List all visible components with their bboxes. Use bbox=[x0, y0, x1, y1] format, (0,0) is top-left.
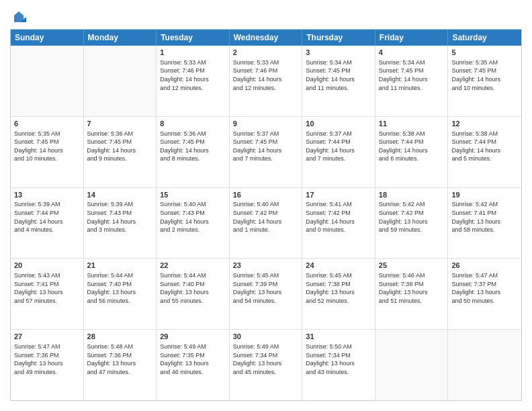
day-number: 29 bbox=[160, 332, 226, 342]
cell-info: Sunrise: 5:38 AM Sunset: 7:44 PM Dayligh… bbox=[379, 130, 445, 163]
weekday-header-wednesday: Wednesday bbox=[230, 30, 303, 46]
day-number: 10 bbox=[306, 119, 371, 129]
cell-info: Sunrise: 5:35 AM Sunset: 7:45 PM Dayligh… bbox=[14, 130, 80, 163]
cell-info: Sunrise: 5:36 AM Sunset: 7:45 PM Dayligh… bbox=[87, 130, 153, 163]
day-number: 16 bbox=[233, 190, 299, 200]
cell-info: Sunrise: 5:50 AM Sunset: 7:34 PM Dayligh… bbox=[306, 342, 371, 376]
calendar-cell: 30Sunrise: 5:49 AM Sunset: 7:34 PM Dayli… bbox=[230, 330, 303, 400]
cell-info: Sunrise: 5:46 AM Sunset: 7:38 PM Dayligh… bbox=[379, 271, 445, 305]
day-number: 7 bbox=[87, 119, 153, 129]
day-number: 24 bbox=[306, 261, 371, 271]
cell-info: Sunrise: 5:47 AM Sunset: 7:37 PM Dayligh… bbox=[451, 271, 518, 305]
calendar-cell: 24Sunrise: 5:45 AM Sunset: 7:38 PM Dayli… bbox=[302, 259, 375, 329]
calendar-cell: 14Sunrise: 5:39 AM Sunset: 7:43 PM Dayli… bbox=[84, 188, 157, 259]
calendar-cell: 22Sunrise: 5:44 AM Sunset: 7:40 PM Dayli… bbox=[157, 259, 230, 329]
weekday-header-friday: Friday bbox=[375, 30, 449, 46]
calendar-cell: 20Sunrise: 5:43 AM Sunset: 7:41 PM Dayli… bbox=[11, 259, 84, 329]
calendar-cell: 10Sunrise: 5:37 AM Sunset: 7:44 PM Dayli… bbox=[302, 117, 375, 187]
day-number: 22 bbox=[160, 261, 226, 271]
day-number: 30 bbox=[233, 332, 299, 342]
cell-info: Sunrise: 5:36 AM Sunset: 7:45 PM Dayligh… bbox=[160, 130, 226, 163]
day-number: 12 bbox=[451, 119, 518, 129]
cell-info: Sunrise: 5:43 AM Sunset: 7:41 PM Dayligh… bbox=[14, 271, 80, 305]
calendar-body: 1Sunrise: 5:33 AM Sunset: 7:46 PM Daylig… bbox=[11, 46, 521, 400]
header bbox=[10, 10, 522, 22]
calendar-cell: 17Sunrise: 5:41 AM Sunset: 7:42 PM Dayli… bbox=[302, 188, 375, 259]
weekday-header-monday: Monday bbox=[84, 30, 157, 46]
svg-marker-0 bbox=[14, 11, 24, 22]
cell-info: Sunrise: 5:40 AM Sunset: 7:43 PM Dayligh… bbox=[160, 200, 226, 234]
cell-info: Sunrise: 5:45 AM Sunset: 7:38 PM Dayligh… bbox=[306, 271, 371, 305]
weekday-header-saturday: Saturday bbox=[448, 30, 521, 46]
weekday-header-sunday: Sunday bbox=[11, 30, 84, 46]
day-number: 27 bbox=[14, 332, 80, 342]
weekday-header-thursday: Thursday bbox=[302, 30, 375, 46]
calendar-cell: 23Sunrise: 5:45 AM Sunset: 7:39 PM Dayli… bbox=[230, 259, 303, 329]
cell-info: Sunrise: 5:48 AM Sunset: 7:36 PM Dayligh… bbox=[87, 342, 153, 376]
calendar-cell: 26Sunrise: 5:47 AM Sunset: 7:37 PM Dayli… bbox=[448, 259, 521, 329]
cell-info: Sunrise: 5:33 AM Sunset: 7:46 PM Dayligh… bbox=[160, 58, 226, 92]
calendar-cell: 11Sunrise: 5:38 AM Sunset: 7:44 PM Dayli… bbox=[375, 117, 449, 187]
cell-info: Sunrise: 5:38 AM Sunset: 7:44 PM Dayligh… bbox=[451, 130, 518, 163]
day-number: 20 bbox=[14, 261, 80, 271]
cell-info: Sunrise: 5:39 AM Sunset: 7:44 PM Dayligh… bbox=[14, 200, 80, 234]
day-number: 3 bbox=[306, 48, 371, 58]
cell-info: Sunrise: 5:39 AM Sunset: 7:43 PM Dayligh… bbox=[87, 200, 153, 234]
day-number: 1 bbox=[160, 48, 226, 58]
cell-info: Sunrise: 5:44 AM Sunset: 7:40 PM Dayligh… bbox=[160, 271, 226, 305]
day-number: 31 bbox=[306, 332, 371, 342]
calendar: SundayMondayTuesdayWednesdayThursdayFrid… bbox=[10, 29, 522, 401]
day-number: 19 bbox=[451, 190, 518, 200]
cell-info: Sunrise: 5:33 AM Sunset: 7:46 PM Dayligh… bbox=[233, 58, 299, 92]
cell-info: Sunrise: 5:42 AM Sunset: 7:42 PM Dayligh… bbox=[379, 200, 445, 234]
cell-info: Sunrise: 5:40 AM Sunset: 7:42 PM Dayligh… bbox=[233, 200, 299, 234]
calendar-cell: 2Sunrise: 5:33 AM Sunset: 7:46 PM Daylig… bbox=[230, 46, 303, 116]
day-number: 23 bbox=[233, 261, 299, 271]
day-number: 11 bbox=[379, 119, 445, 129]
cell-info: Sunrise: 5:45 AM Sunset: 7:39 PM Dayligh… bbox=[233, 271, 299, 305]
logo bbox=[10, 10, 26, 22]
calendar-cell: 6Sunrise: 5:35 AM Sunset: 7:45 PM Daylig… bbox=[11, 117, 84, 187]
page: SundayMondayTuesdayWednesdayThursdayFrid… bbox=[0, 0, 532, 411]
calendar-cell: 28Sunrise: 5:48 AM Sunset: 7:36 PM Dayli… bbox=[84, 330, 157, 400]
weekday-header-tuesday: Tuesday bbox=[157, 30, 230, 46]
calendar-cell: 27Sunrise: 5:47 AM Sunset: 7:36 PM Dayli… bbox=[11, 330, 84, 400]
calendar-row-5: 27Sunrise: 5:47 AM Sunset: 7:36 PM Dayli… bbox=[11, 329, 521, 400]
day-number: 26 bbox=[451, 261, 518, 271]
calendar-cell: 12Sunrise: 5:38 AM Sunset: 7:44 PM Dayli… bbox=[448, 117, 521, 187]
calendar-cell: 1Sunrise: 5:33 AM Sunset: 7:46 PM Daylig… bbox=[157, 46, 230, 116]
calendar-cell bbox=[448, 330, 521, 400]
day-number: 25 bbox=[379, 261, 445, 271]
cell-info: Sunrise: 5:37 AM Sunset: 7:44 PM Dayligh… bbox=[306, 130, 371, 163]
day-number: 18 bbox=[379, 190, 445, 200]
calendar-cell: 29Sunrise: 5:49 AM Sunset: 7:35 PM Dayli… bbox=[157, 330, 230, 400]
calendar-cell bbox=[375, 330, 449, 400]
cell-info: Sunrise: 5:37 AM Sunset: 7:45 PM Dayligh… bbox=[233, 130, 299, 163]
cell-info: Sunrise: 5:44 AM Sunset: 7:40 PM Dayligh… bbox=[87, 271, 153, 305]
calendar-row-3: 13Sunrise: 5:39 AM Sunset: 7:44 PM Dayli… bbox=[11, 187, 521, 259]
calendar-cell: 21Sunrise: 5:44 AM Sunset: 7:40 PM Dayli… bbox=[84, 259, 157, 329]
day-number: 2 bbox=[233, 48, 299, 58]
calendar-cell: 5Sunrise: 5:35 AM Sunset: 7:45 PM Daylig… bbox=[448, 46, 521, 116]
cell-info: Sunrise: 5:34 AM Sunset: 7:45 PM Dayligh… bbox=[379, 58, 445, 92]
calendar-row-4: 20Sunrise: 5:43 AM Sunset: 7:41 PM Dayli… bbox=[11, 258, 521, 329]
day-number: 28 bbox=[87, 332, 153, 342]
day-number: 5 bbox=[451, 48, 518, 58]
cell-info: Sunrise: 5:35 AM Sunset: 7:45 PM Dayligh… bbox=[451, 58, 518, 92]
day-number: 15 bbox=[160, 190, 226, 200]
cell-info: Sunrise: 5:49 AM Sunset: 7:34 PM Dayligh… bbox=[233, 342, 299, 376]
calendar-cell: 25Sunrise: 5:46 AM Sunset: 7:38 PM Dayli… bbox=[375, 259, 449, 329]
calendar-cell: 16Sunrise: 5:40 AM Sunset: 7:42 PM Dayli… bbox=[230, 188, 303, 259]
calendar-cell: 7Sunrise: 5:36 AM Sunset: 7:45 PM Daylig… bbox=[84, 117, 157, 187]
calendar-cell: 3Sunrise: 5:34 AM Sunset: 7:45 PM Daylig… bbox=[302, 46, 375, 116]
calendar-cell: 31Sunrise: 5:50 AM Sunset: 7:34 PM Dayli… bbox=[302, 330, 375, 400]
calendar-cell bbox=[11, 46, 84, 116]
calendar-cell: 13Sunrise: 5:39 AM Sunset: 7:44 PM Dayli… bbox=[11, 188, 84, 259]
calendar-cell: 18Sunrise: 5:42 AM Sunset: 7:42 PM Dayli… bbox=[375, 188, 449, 259]
calendar-cell: 9Sunrise: 5:37 AM Sunset: 7:45 PM Daylig… bbox=[230, 117, 303, 187]
calendar-cell: 4Sunrise: 5:34 AM Sunset: 7:45 PM Daylig… bbox=[375, 46, 449, 116]
cell-info: Sunrise: 5:41 AM Sunset: 7:42 PM Dayligh… bbox=[306, 200, 371, 234]
calendar-cell: 15Sunrise: 5:40 AM Sunset: 7:43 PM Dayli… bbox=[157, 188, 230, 259]
calendar-header: SundayMondayTuesdayWednesdayThursdayFrid… bbox=[11, 30, 521, 46]
cell-info: Sunrise: 5:42 AM Sunset: 7:41 PM Dayligh… bbox=[451, 200, 518, 234]
